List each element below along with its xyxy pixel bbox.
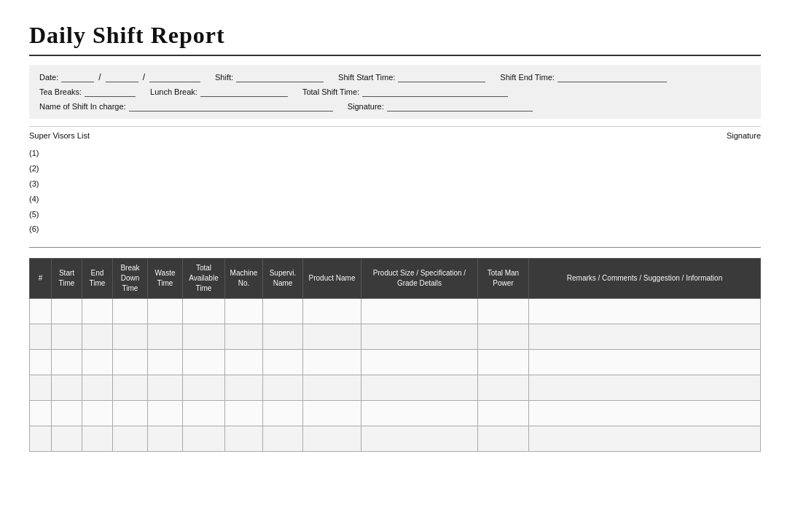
- cell-man-power-5[interactable]: [478, 401, 529, 426]
- cell-start-6[interactable]: [52, 426, 82, 452]
- cell-start-2[interactable]: [52, 324, 82, 350]
- cell-waste-3[interactable]: [148, 350, 183, 375]
- cell-remarks-6[interactable]: [529, 426, 761, 452]
- cell-remarks-5[interactable]: [529, 401, 761, 426]
- cell-supervi-1[interactable]: [263, 299, 303, 324]
- cell-remarks-2[interactable]: [529, 324, 761, 350]
- supervisor-item-6: (6): [29, 222, 761, 237]
- cell-man-power-3[interactable]: [478, 350, 529, 375]
- cell-supervi-4[interactable]: [263, 375, 303, 401]
- cell-break-5[interactable]: [113, 401, 148, 426]
- lunch-break-label: Lunch Break:: [150, 87, 198, 96]
- cell-end-1[interactable]: [82, 299, 113, 324]
- cell-break-6[interactable]: [113, 426, 148, 452]
- cell-total-avail-4[interactable]: [183, 375, 225, 401]
- cell-machine-6[interactable]: [225, 426, 263, 452]
- supervisor-header: Super Visors List Signature: [29, 131, 761, 140]
- cell-total-avail-1[interactable]: [183, 299, 225, 324]
- cell-supervi-6[interactable]: [263, 426, 303, 452]
- cell-product-name-5[interactable]: [303, 401, 361, 426]
- cell-remarks-3[interactable]: [529, 350, 761, 375]
- cell-waste-2[interactable]: [148, 324, 183, 350]
- cell-product-spec-4[interactable]: [361, 375, 478, 401]
- date-input-day[interactable]: [61, 72, 94, 82]
- date-input-month[interactable]: [106, 72, 138, 82]
- cell-product-name-1[interactable]: [303, 299, 361, 324]
- table-row: [30, 426, 761, 452]
- date-field: Date: / /: [39, 72, 200, 82]
- cell-hash-6[interactable]: [30, 426, 52, 452]
- name-input[interactable]: [129, 101, 333, 112]
- cell-product-name-6[interactable]: [303, 426, 361, 452]
- cell-remarks-4[interactable]: [529, 375, 761, 401]
- cell-end-6[interactable]: [82, 426, 113, 452]
- cell-waste-1[interactable]: [148, 299, 183, 324]
- cell-machine-5[interactable]: [225, 401, 263, 426]
- cell-hash-5[interactable]: [30, 401, 52, 426]
- cell-product-name-2[interactable]: [303, 324, 361, 350]
- lunch-break-input[interactable]: [200, 87, 288, 97]
- cell-man-power-2[interactable]: [478, 324, 529, 350]
- cell-product-spec-5[interactable]: [361, 401, 478, 426]
- col-header-machine-no: Machine No.: [225, 259, 263, 299]
- shift-start-label: Shift Start Time:: [338, 73, 395, 82]
- cell-start-5[interactable]: [52, 401, 82, 426]
- cell-end-4[interactable]: [82, 375, 113, 401]
- col-header-waste-time: Waste Time: [148, 259, 183, 299]
- cell-man-power-4[interactable]: [478, 375, 529, 401]
- cell-end-3[interactable]: [82, 350, 113, 375]
- cell-man-power-6[interactable]: [478, 426, 529, 452]
- cell-break-1[interactable]: [113, 299, 148, 324]
- cell-product-spec-1[interactable]: [361, 299, 478, 324]
- col-header-break-down-time: Break Down Time: [113, 259, 148, 299]
- col-header-total-available-time: Total Available Time: [183, 259, 225, 299]
- cell-total-avail-5[interactable]: [183, 401, 225, 426]
- cell-supervi-5[interactable]: [263, 401, 303, 426]
- cell-break-3[interactable]: [113, 350, 148, 375]
- cell-waste-5[interactable]: [148, 401, 183, 426]
- cell-hash-4[interactable]: [30, 375, 52, 401]
- cell-hash-1[interactable]: [30, 299, 52, 324]
- cell-break-4[interactable]: [113, 375, 148, 401]
- cell-man-power-1[interactable]: [478, 299, 529, 324]
- cell-start-4[interactable]: [52, 375, 82, 401]
- shift-start-input[interactable]: [398, 72, 485, 82]
- cell-product-name-4[interactable]: [303, 375, 361, 401]
- total-shift-input[interactable]: [362, 87, 508, 97]
- supervisor-item-5: (5): [29, 207, 761, 222]
- cell-remarks-1[interactable]: [529, 299, 761, 324]
- supervisor-list-label: Super Visors List: [29, 131, 90, 140]
- cell-end-5[interactable]: [82, 401, 113, 426]
- shift-end-input[interactable]: [558, 72, 667, 82]
- cell-product-spec-3[interactable]: [361, 350, 478, 375]
- cell-total-avail-6[interactable]: [183, 426, 225, 452]
- col-header-total-man-power: Total Man Power: [478, 259, 529, 299]
- cell-total-avail-2[interactable]: [183, 324, 225, 350]
- shift-input[interactable]: [236, 72, 324, 82]
- cell-machine-4[interactable]: [225, 375, 263, 401]
- cell-end-2[interactable]: [82, 324, 113, 350]
- cell-machine-1[interactable]: [225, 299, 263, 324]
- cell-waste-4[interactable]: [148, 375, 183, 401]
- cell-supervi-2[interactable]: [263, 324, 303, 350]
- cell-product-spec-2[interactable]: [361, 324, 478, 350]
- date-input-year[interactable]: [149, 72, 200, 82]
- supervisor-item-2: (2): [29, 161, 761, 176]
- shift-field: Shift:: [215, 72, 324, 82]
- table-row: [30, 324, 761, 350]
- cell-break-2[interactable]: [113, 324, 148, 350]
- cell-supervi-3[interactable]: [263, 350, 303, 375]
- cell-hash-3[interactable]: [30, 350, 52, 375]
- col-header-product-spec: Product Size / Specification / Grade Det…: [361, 259, 478, 299]
- cell-machine-3[interactable]: [225, 350, 263, 375]
- cell-waste-6[interactable]: [148, 426, 183, 452]
- cell-product-name-3[interactable]: [303, 350, 361, 375]
- cell-start-3[interactable]: [52, 350, 82, 375]
- cell-machine-2[interactable]: [225, 324, 263, 350]
- cell-total-avail-3[interactable]: [183, 350, 225, 375]
- cell-hash-2[interactable]: [30, 324, 52, 350]
- cell-product-spec-6[interactable]: [361, 426, 478, 452]
- cell-start-1[interactable]: [52, 299, 82, 324]
- signature-input[interactable]: [387, 101, 533, 112]
- tea-breaks-input[interactable]: [85, 87, 136, 97]
